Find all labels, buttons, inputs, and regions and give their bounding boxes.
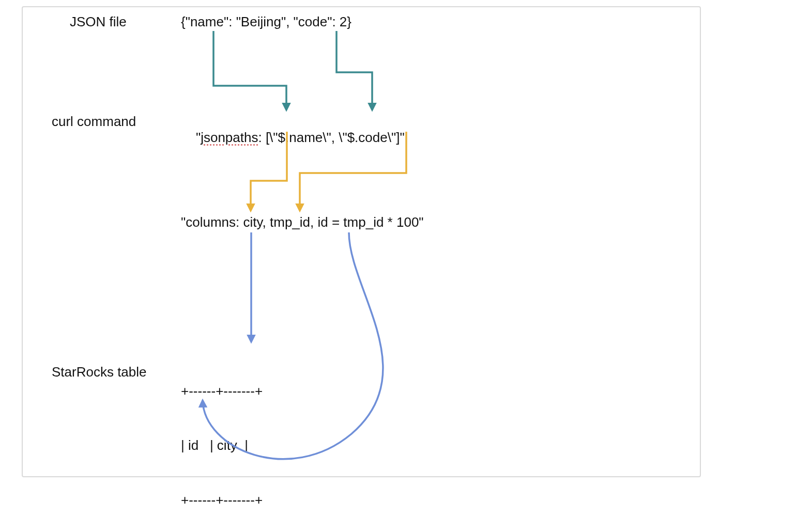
table-border-top: +------+-------+ bbox=[181, 382, 263, 400]
curl-jsonpaths: "jsonpaths: [\"$.name\", \"$.code\"]" bbox=[181, 114, 405, 162]
label-json-file: JSON file bbox=[70, 14, 127, 30]
table-row: | id | city | bbox=[181, 436, 263, 455]
curl-jsonpaths-suffix: : [\"$.name\", \"$.code\"]" bbox=[258, 130, 404, 145]
curl-jsonpaths-prefix: " bbox=[196, 130, 201, 145]
table-border-bottom: +------+-------+ bbox=[181, 491, 263, 509]
curl-columns: "columns: city, tmp_id, id = tmp_id * 10… bbox=[181, 214, 424, 230]
label-starrocks-table: StarRocks table bbox=[52, 364, 147, 380]
curl-jsonpaths-word: jsonpaths bbox=[201, 130, 258, 145]
starrocks-table-ascii: +------+-------+ | id | city | +------+-… bbox=[181, 346, 263, 532]
json-file-content: {"name": "Beijing", "code": 2} bbox=[181, 14, 351, 30]
diagram-frame bbox=[22, 6, 701, 477]
label-curl-command: curl command bbox=[52, 114, 136, 130]
